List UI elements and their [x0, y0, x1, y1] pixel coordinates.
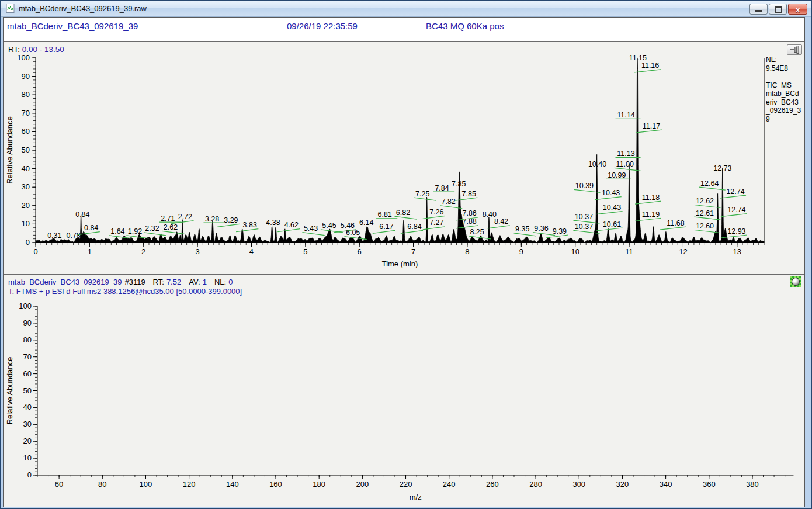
minimize-button[interactable]: [749, 4, 768, 15]
svg-text:11.19: 11.19: [642, 210, 660, 219]
svg-text:360: 360: [703, 480, 716, 489]
svg-text:0.78: 0.78: [66, 231, 80, 240]
svg-text:10: 10: [23, 453, 32, 462]
svg-text:5: 5: [303, 247, 307, 256]
spectrum-cell[interactable]: mtab_BCderiv_BC43_092619_39#3119RT:7.52A…: [4, 275, 804, 507]
svg-text:60: 60: [55, 480, 63, 489]
svg-text:1.64: 1.64: [110, 227, 124, 236]
svg-text:7.85: 7.85: [452, 180, 466, 188]
active-cell-indicator-icon: [790, 276, 801, 287]
svg-text:80: 80: [23, 335, 32, 344]
svg-text:20: 20: [23, 437, 32, 445]
spectrum-header-line1: mtab_BCderiv_BC43_092619_39#3119RT:7.52A…: [8, 278, 233, 286]
svg-text:5.45: 5.45: [322, 221, 336, 230]
chromatogram-cell[interactable]: RT: 0.00 - 13.50 NL: 9.54E8 TIC MS mtab_…: [4, 42, 804, 274]
svg-text:7.85: 7.85: [462, 190, 476, 198]
close-button[interactable]: x: [788, 4, 807, 15]
svg-text:12.74: 12.74: [727, 206, 745, 214]
svg-text:40: 40: [22, 164, 30, 173]
svg-text:Relative Abundance: Relative Abundance: [5, 116, 14, 184]
svg-text:9: 9: [519, 247, 523, 256]
svg-text:7.88: 7.88: [462, 217, 476, 226]
svg-text:13: 13: [733, 247, 741, 256]
svg-text:240: 240: [443, 480, 456, 489]
spectrum-nl-value: 0: [228, 278, 233, 286]
svg-text:11.00: 11.00: [616, 160, 634, 168]
spectrum-nl-label: NL:: [214, 278, 226, 286]
svg-text:11.17: 11.17: [643, 122, 660, 130]
svg-text:12.64: 12.64: [700, 179, 719, 188]
svg-text:2.71: 2.71: [161, 214, 175, 223]
svg-text:1: 1: [88, 247, 92, 256]
pin-button[interactable]: [787, 44, 802, 55]
svg-text:100: 100: [19, 302, 32, 310]
svg-text:0.31: 0.31: [47, 231, 61, 240]
svg-text:180: 180: [313, 480, 325, 489]
svg-text:11.15: 11.15: [629, 54, 647, 62]
svg-text:Time (min): Time (min): [382, 259, 418, 268]
spectrum-axes: 6080100120140160180200220240260280300320…: [5, 302, 793, 501]
ms2-spectrum-plot[interactable]: 6080100120140160180200220240260280300320…: [4, 275, 806, 507]
svg-text:12.93: 12.93: [727, 227, 745, 236]
svg-text:2.72: 2.72: [178, 213, 192, 221]
tic-chromatogram-plot[interactable]: 0123456789101112130102030405060708090100…: [4, 42, 806, 274]
svg-text:6.17: 6.17: [379, 223, 393, 231]
rt-range-header: RT: 0.00 - 13.50: [8, 45, 64, 54]
raw-file-icon: [6, 4, 15, 13]
svg-text:60: 60: [22, 127, 30, 136]
svg-text:m/z: m/z: [410, 493, 422, 501]
svg-text:9.39: 9.39: [553, 227, 567, 236]
svg-text:10.40: 10.40: [588, 160, 606, 168]
header-filename: mtab_BCderiv_BC43_092619_39: [7, 21, 138, 31]
svg-text:70: 70: [22, 109, 30, 117]
svg-text:2: 2: [141, 247, 145, 256]
svg-text:8: 8: [465, 247, 469, 256]
svg-text:7: 7: [411, 247, 415, 256]
svg-text:7.26: 7.26: [429, 208, 443, 216]
svg-text:6.05: 6.05: [346, 228, 360, 237]
svg-text:0: 0: [27, 470, 32, 479]
svg-text:6.81: 6.81: [377, 210, 391, 219]
svg-text:0: 0: [26, 238, 30, 247]
svg-text:3: 3: [195, 247, 199, 256]
title-bar[interactable]: mtab_BCderiv_BC43_092619_39.raw x: [1, 1, 811, 17]
svg-text:6.82: 6.82: [396, 209, 410, 217]
svg-text:4.38: 4.38: [266, 219, 280, 227]
svg-text:90: 90: [22, 72, 30, 81]
content-area: mtab_BCderiv_BC43_092619_39 09/26/19 22:…: [3, 17, 805, 507]
window-controls: x: [749, 4, 807, 15]
svg-text:340: 340: [660, 480, 672, 489]
svg-text:8.42: 8.42: [494, 217, 508, 226]
svg-text:11.13: 11.13: [617, 150, 634, 158]
svg-text:3.29: 3.29: [224, 216, 238, 224]
svg-text:10.99: 10.99: [608, 171, 626, 179]
svg-text:3.28: 3.28: [205, 215, 219, 223]
svg-text:100: 100: [17, 53, 30, 62]
svg-text:0.84: 0.84: [84, 224, 98, 232]
svg-text:380: 380: [746, 480, 759, 489]
svg-text:2.62: 2.62: [164, 223, 178, 231]
svg-text:30: 30: [23, 420, 32, 428]
svg-text:7.25: 7.25: [415, 190, 429, 198]
svg-text:60: 60: [23, 369, 32, 378]
application-window: mtab_BCderiv_BC43_092619_39.raw x mtab_B…: [0, 0, 812, 509]
svg-text:10: 10: [571, 247, 579, 256]
svg-text:50: 50: [22, 146, 30, 154]
svg-text:12: 12: [679, 247, 687, 256]
svg-text:280: 280: [529, 480, 542, 489]
spectrum-filter-line: T: FTMS + p ESI d Full ms2 388.1256@hcd3…: [8, 287, 242, 296]
svg-text:8.25: 8.25: [470, 228, 484, 236]
svg-text:4.62: 4.62: [284, 221, 299, 229]
restore-button[interactable]: [769, 4, 787, 15]
svg-text:220: 220: [400, 480, 412, 489]
peak-labels: 0.310.780.840.841.641.922.322.622.712.72…: [47, 54, 747, 240]
svg-text:80: 80: [22, 90, 30, 99]
spectrum-scan-number: #3119: [124, 278, 145, 286]
svg-text:0: 0: [33, 247, 37, 256]
header-datetime: 09/26/19 22:35:59: [287, 21, 358, 31]
svg-text:100: 100: [140, 480, 152, 489]
svg-text:2.32: 2.32: [145, 224, 159, 233]
svg-text:300: 300: [572, 480, 585, 489]
svg-text:260: 260: [486, 480, 499, 489]
spectrum-av-label: AV:: [189, 278, 200, 286]
